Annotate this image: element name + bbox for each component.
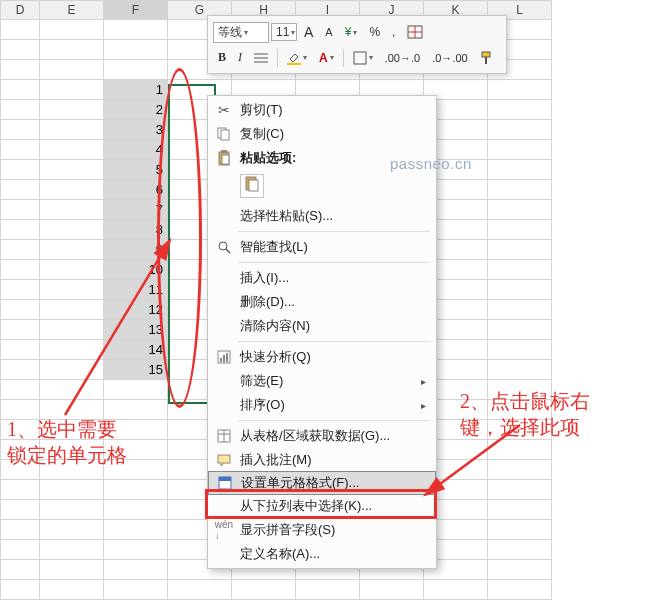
cell[interactable]: [0, 240, 40, 260]
cell[interactable]: [40, 180, 104, 200]
menu-get-table-data[interactable]: 从表格/区域获取数据(G)...: [208, 424, 436, 448]
cell[interactable]: [40, 20, 104, 40]
cell[interactable]: [0, 260, 40, 280]
cell[interactable]: [168, 580, 232, 600]
comma-button[interactable]: ,: [387, 22, 400, 42]
cell[interactable]: [40, 360, 104, 380]
cell[interactable]: 12: [104, 300, 168, 320]
cell[interactable]: [488, 140, 552, 160]
cell[interactable]: [488, 260, 552, 280]
cell[interactable]: [40, 500, 104, 520]
menu-sort[interactable]: 排序(O)▸: [208, 393, 436, 417]
cell[interactable]: [424, 580, 488, 600]
cell[interactable]: [0, 300, 40, 320]
cell[interactable]: [488, 500, 552, 520]
fill-color-button[interactable]: ▾: [282, 48, 312, 68]
cell[interactable]: [104, 40, 168, 60]
font-name-select[interactable]: 等线▾: [213, 22, 269, 43]
cell[interactable]: [296, 580, 360, 600]
cell[interactable]: [0, 380, 40, 400]
cell[interactable]: [488, 160, 552, 180]
cell[interactable]: [0, 540, 40, 560]
cell[interactable]: [0, 200, 40, 220]
cell[interactable]: [0, 100, 40, 120]
format-painter-button[interactable]: [475, 48, 499, 68]
menu-pick-from-list[interactable]: 从下拉列表中选择(K)...: [208, 494, 436, 518]
menu-insert-comment[interactable]: 插入批注(M): [208, 448, 436, 472]
cell[interactable]: [0, 560, 40, 580]
currency-button[interactable]: ¥▾: [340, 22, 363, 42]
menu-insert[interactable]: 插入(I)...: [208, 266, 436, 290]
cell[interactable]: [488, 100, 552, 120]
cell[interactable]: [40, 120, 104, 140]
menu-paste-special[interactable]: 选择性粘贴(S)...: [208, 204, 436, 228]
cell[interactable]: [40, 40, 104, 60]
shrink-font-button[interactable]: A: [320, 23, 337, 41]
borders-button[interactable]: ▾: [348, 48, 378, 68]
cell[interactable]: 5: [104, 160, 168, 180]
cell[interactable]: [488, 220, 552, 240]
cell[interactable]: [40, 380, 104, 400]
cell[interactable]: 3: [104, 120, 168, 140]
cell[interactable]: [0, 280, 40, 300]
cell[interactable]: 14: [104, 340, 168, 360]
cell[interactable]: [488, 200, 552, 220]
grow-font-button[interactable]: A: [299, 21, 318, 43]
cell[interactable]: [232, 580, 296, 600]
cell[interactable]: [0, 120, 40, 140]
cell[interactable]: [104, 20, 168, 40]
cell[interactable]: [0, 180, 40, 200]
menu-delete[interactable]: 删除(D)...: [208, 290, 436, 314]
increase-decimal-button[interactable]: .0→.00: [427, 49, 472, 67]
align-button[interactable]: [249, 49, 273, 67]
font-size-select[interactable]: 11▾: [271, 23, 297, 41]
cell[interactable]: [0, 40, 40, 60]
cell[interactable]: [40, 560, 104, 580]
col-header-E[interactable]: E: [40, 0, 104, 20]
cell[interactable]: [40, 140, 104, 160]
cell[interactable]: [488, 440, 552, 460]
cell[interactable]: [0, 360, 40, 380]
cell[interactable]: [488, 540, 552, 560]
cell[interactable]: 10: [104, 260, 168, 280]
cell[interactable]: [488, 320, 552, 340]
menu-cut[interactable]: ✂ 剪切(T): [208, 98, 436, 122]
cell[interactable]: [488, 460, 552, 480]
cell[interactable]: [488, 520, 552, 540]
cell[interactable]: [40, 520, 104, 540]
cell[interactable]: 8: [104, 220, 168, 240]
cell[interactable]: 15: [104, 360, 168, 380]
cell[interactable]: [104, 480, 168, 500]
cell[interactable]: [40, 580, 104, 600]
menu-format-cells[interactable]: 设置单元格格式(F)...: [208, 471, 436, 495]
cell[interactable]: [0, 520, 40, 540]
cell[interactable]: [40, 340, 104, 360]
cell[interactable]: [0, 20, 40, 40]
cell[interactable]: 13: [104, 320, 168, 340]
cell[interactable]: 1: [104, 80, 168, 100]
col-header-F[interactable]: F: [104, 0, 168, 20]
cell[interactable]: [488, 300, 552, 320]
cell[interactable]: [488, 560, 552, 580]
cell[interactable]: [40, 540, 104, 560]
cell[interactable]: [488, 360, 552, 380]
italic-button[interactable]: I: [233, 47, 247, 68]
cell[interactable]: [40, 200, 104, 220]
percent-button[interactable]: %: [364, 22, 385, 42]
cell[interactable]: [0, 320, 40, 340]
cell[interactable]: [488, 340, 552, 360]
menu-clear[interactable]: 清除内容(N): [208, 314, 436, 338]
menu-smart-lookup[interactable]: 智能查找(L): [208, 235, 436, 259]
cell[interactable]: [40, 280, 104, 300]
menu-define-name[interactable]: 定义名称(A)...: [208, 542, 436, 566]
cell[interactable]: [0, 60, 40, 80]
cell[interactable]: [40, 60, 104, 80]
cell[interactable]: [104, 580, 168, 600]
cell[interactable]: [40, 80, 104, 100]
cell[interactable]: [488, 180, 552, 200]
cell[interactable]: [40, 480, 104, 500]
cell[interactable]: [0, 140, 40, 160]
cell[interactable]: [40, 320, 104, 340]
menu-copy[interactable]: 复制(C): [208, 122, 436, 146]
cell[interactable]: 6: [104, 180, 168, 200]
